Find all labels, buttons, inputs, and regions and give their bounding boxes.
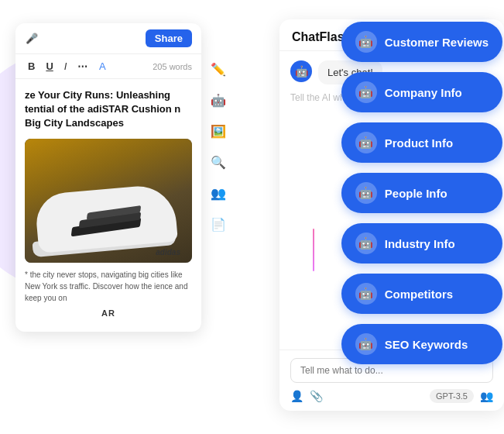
people-info-button[interactable]: 🤖 People Info: [341, 173, 502, 213]
color-icon[interactable]: A: [95, 60, 109, 74]
bot-icon-7: 🤖: [355, 333, 377, 355]
italic-button[interactable]: I: [61, 59, 70, 74]
pen-icon[interactable]: ✏️: [207, 58, 229, 80]
send-icon[interactable]: 👥: [480, 390, 493, 402]
seo-keywords-button[interactable]: 🤖 SEO Keywords: [341, 324, 502, 364]
chat-action-bar: 👤 📎 GPT-3.5 👥: [290, 389, 493, 403]
bot-icon-3: 🤖: [355, 132, 377, 153]
underline-button[interactable]: U: [43, 59, 56, 74]
ai-buttons-panel: 🤖 Customer Reviews 🤖 Company Info 🤖 Prod…: [341, 22, 502, 364]
person-icon[interactable]: 👤: [290, 390, 303, 402]
editor-toolbar: 🎤 Share: [15, 23, 201, 54]
company-info-button[interactable]: 🤖 Company Info: [341, 72, 502, 112]
article-footer: AR: [25, 304, 192, 322]
bot-icon-6: 🤖: [355, 283, 377, 305]
model-tag[interactable]: GPT-3.5: [430, 389, 474, 403]
editor-content: ze Your City Runs: Unleashing tential of…: [15, 79, 201, 332]
format-bar: B U I ⋯ A 205 words: [15, 54, 201, 79]
bot-icon-2: 🤖: [355, 81, 377, 103]
connector-line: [313, 229, 314, 271]
search-web-icon[interactable]: 🔍: [207, 151, 229, 173]
bold-button[interactable]: B: [25, 59, 38, 74]
document-icon[interactable]: 📄: [207, 213, 229, 235]
robot-chat-icon[interactable]: 🤖: [207, 89, 229, 111]
article-title: ze Your City Runs: Unleashing tential of…: [25, 88, 192, 131]
article-image: adidas: [25, 139, 192, 263]
bot-icon-4: 🤖: [355, 182, 377, 204]
article-body: * the city never stops, navigating big c…: [25, 269, 192, 304]
ai-avatar: 🤖: [290, 60, 312, 82]
word-count: 205 words: [153, 62, 192, 71]
customer-reviews-button[interactable]: 🤖 Customer Reviews: [341, 22, 502, 62]
share-button[interactable]: Share: [146, 29, 192, 47]
attach-icon[interactable]: 📎: [310, 390, 323, 402]
side-icon-panel: ✏️ 🤖 🖼️ 🔍 👥 📄: [207, 58, 229, 235]
more-options[interactable]: ⋯: [74, 59, 91, 74]
image-gen-icon[interactable]: 🖼️: [207, 120, 229, 142]
industry-info-button[interactable]: 🤖 Industry Info: [341, 223, 502, 264]
adidas-label: adidas: [156, 248, 180, 257]
bot-icon-5: 🤖: [355, 232, 377, 254]
product-info-button[interactable]: 🤖 Product Info: [341, 122, 502, 163]
editor-panel: 🎤 Share B U I ⋯ A 205 words ze Your City…: [15, 23, 201, 332]
mic-icon[interactable]: 🎤: [25, 32, 39, 46]
people-icon[interactable]: 👥: [207, 182, 229, 204]
competitors-button[interactable]: 🤖 Competitors: [341, 274, 502, 314]
bot-icon-1: 🤖: [355, 31, 377, 53]
